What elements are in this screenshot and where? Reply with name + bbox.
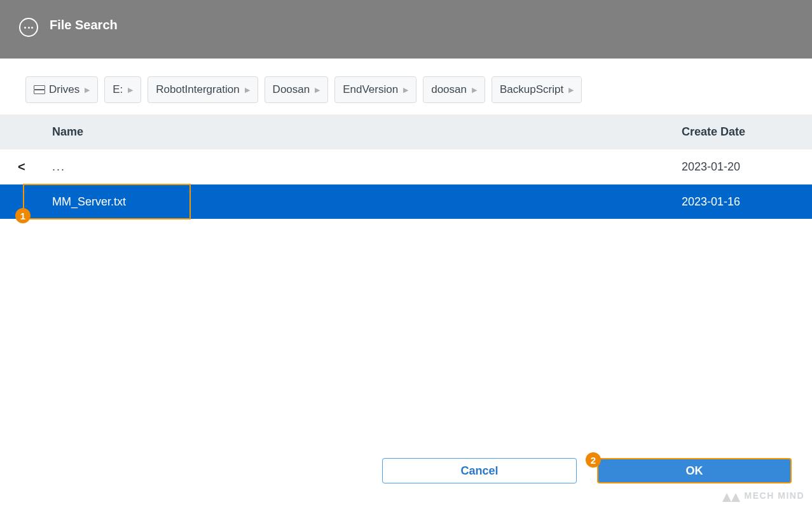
breadcrumb-label: RobotIntergration bbox=[156, 83, 239, 96]
watermark: MECH MIND bbox=[722, 489, 804, 502]
chevron-right-icon: ▶ bbox=[85, 86, 90, 94]
column-create-date: Create Date bbox=[682, 125, 812, 139]
ellipsis-icon bbox=[24, 27, 33, 29]
column-name: Name bbox=[0, 125, 682, 139]
breadcrumb-label: doosan bbox=[431, 83, 467, 96]
breadcrumb-drives[interactable]: Drives ▶ bbox=[25, 76, 98, 103]
breadcrumb-endversion[interactable]: EndVersion ▶ bbox=[334, 76, 416, 103]
drives-icon bbox=[34, 85, 44, 94]
breadcrumb-label: BackupScript bbox=[500, 83, 563, 96]
ok-button[interactable]: OK bbox=[597, 458, 792, 483]
breadcrumb-backupscript[interactable]: BackupScript ▶ bbox=[492, 76, 582, 103]
watermark-text: MECH MIND bbox=[745, 490, 804, 501]
watermark-logo-icon bbox=[722, 489, 741, 502]
breadcrumb-e[interactable]: E: ▶ bbox=[104, 76, 141, 103]
table-row-parent[interactable]: < ... 2023-01-20 bbox=[0, 149, 812, 184]
row-parent-name: ... bbox=[32, 160, 682, 174]
breadcrumb-robotintergration[interactable]: RobotIntergration ▶ bbox=[148, 76, 258, 103]
row-file-date: 2023-01-16 bbox=[682, 195, 812, 209]
chevron-right-icon: ▶ bbox=[568, 86, 574, 94]
table-header: Name Create Date bbox=[0, 115, 812, 149]
cancel-button[interactable]: Cancel bbox=[382, 458, 577, 483]
breadcrumb-doosan[interactable]: Doosan ▶ bbox=[265, 76, 329, 103]
chevron-right-icon: ▶ bbox=[128, 86, 133, 94]
chevron-right-icon: ▶ bbox=[472, 86, 477, 94]
table-row-selected[interactable]: MM_Server.txt 2023-01-16 bbox=[0, 184, 812, 219]
row-parent-date: 2023-01-20 bbox=[682, 160, 812, 174]
chevron-right-icon: ▶ bbox=[245, 86, 250, 94]
breadcrumb-label: Drives bbox=[49, 83, 79, 96]
breadcrumb-doosan-2[interactable]: doosan ▶ bbox=[423, 76, 485, 103]
app-header: File Search bbox=[0, 0, 812, 59]
breadcrumb-label: EndVersion bbox=[343, 83, 398, 96]
chevron-right-icon: ▶ bbox=[315, 86, 320, 94]
breadcrumb-label: Doosan bbox=[273, 83, 310, 96]
annotation-badge-1: 1 bbox=[15, 208, 31, 223]
chevron-right-icon: ▶ bbox=[403, 86, 408, 94]
annotation-badge-2: 2 bbox=[586, 452, 601, 468]
chevron-left-icon: < bbox=[0, 160, 32, 174]
row-file-name: MM_Server.txt bbox=[0, 195, 682, 209]
breadcrumb: Drives ▶ E: ▶ RobotIntergration ▶ Doosan… bbox=[0, 59, 812, 115]
page-title: File Search bbox=[50, 18, 118, 32]
menu-icon[interactable] bbox=[19, 18, 38, 37]
breadcrumb-label: E: bbox=[113, 83, 123, 96]
